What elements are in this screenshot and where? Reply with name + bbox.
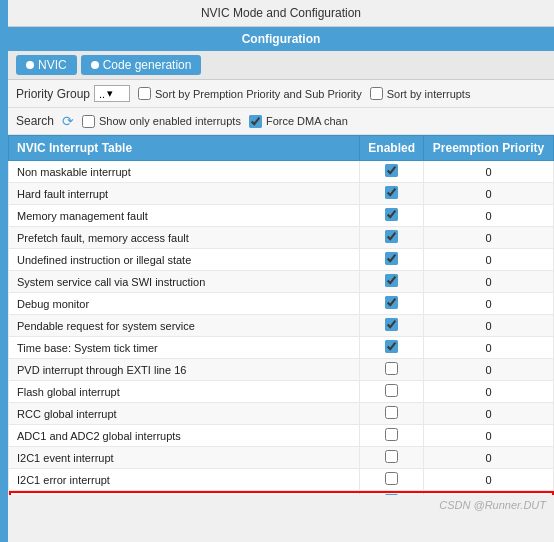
enabled-checkbox[interactable] — [385, 340, 398, 353]
config-bar: Configuration — [8, 27, 554, 51]
show-enabled-label: Show only enabled interrupts — [99, 115, 241, 127]
tab-code-generation[interactable]: Code generation — [81, 55, 202, 75]
interrupt-enabled[interactable] — [360, 337, 424, 359]
interrupt-enabled[interactable] — [360, 249, 424, 271]
tab-nvic-label: NVIC — [38, 58, 67, 72]
sort-interrupts-checkbox[interactable] — [370, 87, 383, 100]
search-icon: ⟳ — [62, 113, 74, 129]
interrupt-priority: 0 — [424, 271, 554, 293]
enabled-checkbox[interactable] — [385, 472, 398, 485]
interrupt-name: Non maskable interrupt — [9, 161, 360, 183]
interrupt-enabled[interactable] — [360, 183, 424, 205]
interrupt-enabled[interactable] — [360, 161, 424, 183]
interrupt-name: Flash global interrupt — [9, 381, 360, 403]
sort-premption-checkbox[interactable] — [138, 87, 151, 100]
table-row[interactable]: Flash global interrupt0 — [9, 381, 554, 403]
sort-interrupts-control: Sort by interrupts — [370, 87, 471, 100]
enabled-checkbox[interactable] — [385, 362, 398, 375]
interrupt-enabled[interactable] — [360, 205, 424, 227]
tab-nvic[interactable]: NVIC — [16, 55, 77, 75]
interrupt-enabled[interactable] — [360, 227, 424, 249]
interrupt-priority: 0 — [424, 183, 554, 205]
table-row[interactable]: I2C1 event interrupt0 — [9, 447, 554, 469]
enabled-checkbox[interactable] — [385, 252, 398, 265]
priority-group-value: .. — [99, 88, 105, 100]
tab-code-gen-label: Code generation — [103, 58, 192, 72]
table-row[interactable]: I2C1 error interrupt0 — [9, 469, 554, 491]
enabled-checkbox[interactable] — [385, 274, 398, 287]
table-header-row: NVIC Interrupt Table Enabled Preemption … — [9, 136, 554, 161]
left-border — [0, 0, 8, 542]
enabled-checkbox[interactable] — [385, 428, 398, 441]
interrupt-enabled[interactable] — [360, 381, 424, 403]
interrupt-name: ADC1 and ADC2 global interrupts — [9, 425, 360, 447]
table-row[interactable]: RCC global interrupt0 — [9, 403, 554, 425]
interrupt-enabled[interactable] — [360, 403, 424, 425]
enabled-checkbox[interactable] — [385, 384, 398, 397]
interrupt-priority: 0 — [424, 425, 554, 447]
priority-group-dropdown[interactable]: .. ▾ — [94, 85, 130, 102]
table-row[interactable]: Memory management fault0 — [9, 205, 554, 227]
interrupt-name: RCC global interrupt — [9, 403, 360, 425]
show-enabled-checkbox[interactable] — [82, 115, 95, 128]
interrupt-name: Hard fault interrupt — [9, 183, 360, 205]
interrupt-name: Undefined instruction or illegal state — [9, 249, 360, 271]
enabled-checkbox[interactable] — [385, 186, 398, 199]
enabled-checkbox[interactable] — [385, 230, 398, 243]
interrupt-name: Prefetch fault, memory access fault — [9, 227, 360, 249]
interrupt-priority: 0 — [424, 447, 554, 469]
table-row[interactable]: System service call via SWI instruction0 — [9, 271, 554, 293]
force-dma-checkbox[interactable] — [249, 115, 262, 128]
interrupt-name: I2C1 error interrupt — [9, 469, 360, 491]
enabled-checkbox[interactable] — [385, 406, 398, 419]
interrupt-enabled[interactable] — [360, 425, 424, 447]
window-title: NVIC Mode and Configuration — [8, 0, 554, 27]
table-row[interactable]: Time base: System tick timer0 — [9, 337, 554, 359]
table-row[interactable]: ADC1 and ADC2 global interrupts0 — [9, 425, 554, 447]
interrupt-priority: 0 — [424, 205, 554, 227]
interrupt-name: I2C1 event interrupt — [9, 447, 360, 469]
interrupt-priority: 0 — [424, 293, 554, 315]
enabled-checkbox[interactable] — [385, 296, 398, 309]
watermark: CSDN @Runner.DUT — [8, 495, 554, 515]
table-row[interactable]: Non maskable interrupt0 — [9, 161, 554, 183]
interrupt-name: Time base: System tick timer — [9, 337, 360, 359]
interrupt-name: PVD interrupt through EXTI line 16 — [9, 359, 360, 381]
show-enabled-control: Show only enabled interrupts — [82, 115, 241, 128]
interrupt-enabled[interactable] — [360, 271, 424, 293]
dropdown-arrow-icon: ▾ — [107, 87, 113, 100]
force-dma-control: Force DMA chan — [249, 115, 348, 128]
table-row[interactable]: Pendable request for system service0 — [9, 315, 554, 337]
table-row[interactable]: Undefined instruction or illegal state0 — [9, 249, 554, 271]
force-dma-label: Force DMA chan — [266, 115, 348, 127]
enabled-checkbox[interactable] — [385, 318, 398, 331]
enabled-checkbox[interactable] — [385, 450, 398, 463]
table-row[interactable]: Debug monitor0 — [9, 293, 554, 315]
interrupt-priority: 0 — [424, 249, 554, 271]
interrupt-enabled[interactable] — [360, 315, 424, 337]
interrupt-priority: 0 — [424, 403, 554, 425]
interrupt-enabled[interactable] — [360, 469, 424, 491]
interrupt-enabled[interactable] — [360, 293, 424, 315]
table-row[interactable]: Prefetch fault, memory access fault0 — [9, 227, 554, 249]
enabled-checkbox[interactable] — [385, 164, 398, 177]
interrupt-priority: 0 — [424, 359, 554, 381]
col-header-name: NVIC Interrupt Table — [9, 136, 360, 161]
interrupt-enabled[interactable] — [360, 447, 424, 469]
sort-premption-label: Sort by Premption Priority and Sub Prior… — [155, 88, 362, 100]
nvic-table: NVIC Interrupt Table Enabled Preemption … — [8, 135, 554, 495]
priority-group-control: Priority Group .. ▾ — [16, 85, 130, 102]
enabled-checkbox[interactable] — [385, 208, 398, 221]
interrupt-enabled[interactable] — [360, 359, 424, 381]
table-row[interactable]: Hard fault interrupt0 — [9, 183, 554, 205]
table-row[interactable]: PVD interrupt through EXTI line 160 — [9, 359, 554, 381]
enabled-checkbox[interactable] — [385, 494, 398, 495]
interrupt-name: Debug monitor — [9, 293, 360, 315]
sort-interrupts-label: Sort by interrupts — [387, 88, 471, 100]
col-header-priority: Preemption Priority — [424, 136, 554, 161]
col-header-enabled: Enabled — [360, 136, 424, 161]
config-bar-label: Configuration — [242, 32, 321, 46]
sort-premption-control: Sort by Premption Priority and Sub Prior… — [138, 87, 362, 100]
tabs-row: NVIC Code generation — [8, 51, 554, 80]
interrupt-priority: 0 — [424, 161, 554, 183]
